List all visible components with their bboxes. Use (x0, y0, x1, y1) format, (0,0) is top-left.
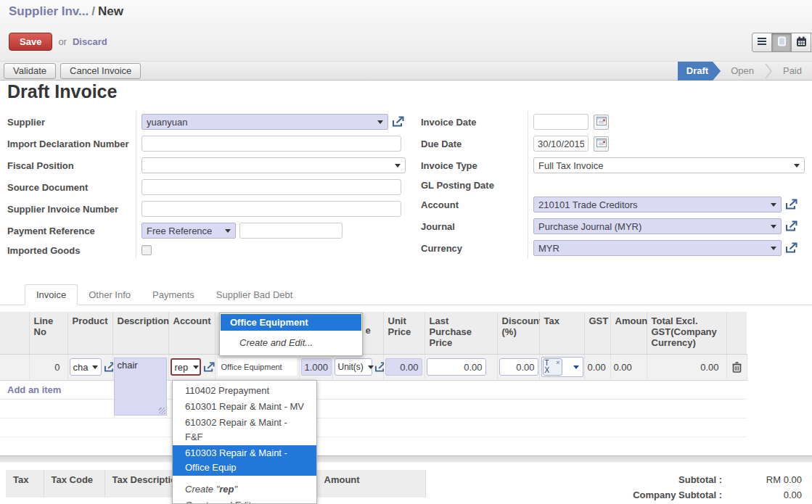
tax-col-header: Tax (6, 470, 44, 497)
form-left-column: Supplier yuanyuan Import Declaration Num… (7, 111, 408, 259)
fiscal-position-select[interactable] (142, 157, 406, 173)
or-text: or (58, 36, 67, 47)
list-view-button[interactable] (752, 33, 772, 52)
account-line-select[interactable]: rep (171, 358, 201, 376)
product-select[interactable]: cha (70, 358, 102, 376)
validate-button[interactable]: Validate (4, 63, 56, 79)
unit-price-input[interactable] (385, 358, 422, 376)
asset-category-input[interactable]: Office Equipment (218, 358, 297, 376)
subtotal-label: Subtotal : (678, 472, 722, 487)
due-date-input[interactable] (533, 136, 589, 152)
dropdown-option-repair-office-equip[interactable]: 610303 Repair & Maint - Office Equip (173, 445, 316, 476)
state-open: Open (721, 62, 764, 80)
supplier-field[interactable]: yuanyuan (142, 114, 388, 130)
invoice-lines-table: Line No Product Description Account e Un… (0, 312, 747, 456)
invoice-type-select[interactable]: Full Tax Invoice (533, 157, 805, 173)
dropdown-create-and-edit[interactable]: Create and Edit... (221, 331, 361, 355)
asset-category-cell: Office Equipment (215, 354, 299, 380)
save-button[interactable]: Save (9, 33, 52, 51)
last-purchase-price-cell (425, 354, 497, 380)
remove-tag-icon[interactable]: × (556, 359, 559, 366)
account-label: Account (421, 194, 528, 215)
gl-posting-date-label: GL Posting Date (421, 176, 528, 194)
invoice-date-picker-button[interactable] (594, 115, 609, 130)
discount-header: Discount (%) (497, 312, 539, 354)
open-record-icon[interactable] (785, 220, 797, 232)
tax-tags-widget[interactable]: TX× (541, 357, 583, 377)
open-record-icon[interactable] (785, 242, 797, 254)
import-declaration-number-input[interactable] (142, 136, 401, 152)
import-declaration-number-label: Import Declaration Number (7, 133, 136, 154)
chevron-down-icon[interactable] (573, 365, 579, 372)
tab-payments[interactable]: Payments (142, 285, 205, 305)
due-date-label: Due Date (421, 133, 528, 154)
company-subtotal-value: 0.00 (722, 487, 802, 503)
dropdown-create-option[interactable]: Create "rep" (173, 482, 316, 497)
open-record-icon[interactable] (392, 116, 404, 128)
resize-grip-icon[interactable] (159, 408, 165, 414)
breadcrumb-current: New (98, 4, 123, 18)
category-autocomplete-dropdown: Office Equipment Create and Edit... (219, 313, 363, 356)
payment-reference-input[interactable] (239, 223, 343, 239)
calendar-icon (796, 36, 807, 49)
calendar-view-button[interactable] (791, 33, 811, 52)
breadcrumb-parent-link[interactable]: Supplier Inv... (9, 4, 89, 18)
quantity-input[interactable] (301, 358, 332, 376)
discard-link[interactable]: Discard (73, 36, 107, 47)
description-textarea[interactable]: chair (114, 358, 167, 416)
payment-reference-label: Payment Reference (7, 220, 136, 241)
page-title: Draft Invoice (7, 81, 117, 102)
list-icon (757, 37, 767, 48)
add-an-item-link[interactable]: Add an item (7, 384, 61, 395)
currency-label: Currency (421, 237, 528, 259)
imported-goods-checkbox[interactable] (142, 245, 152, 255)
due-date-picker-button[interactable] (594, 136, 609, 152)
state-paid: Paid (773, 62, 812, 80)
invoice-date-input[interactable] (533, 114, 589, 130)
last-purchase-price-input[interactable] (427, 358, 486, 376)
invoice-type-label: Invoice Type (421, 154, 528, 176)
supplier-label: Supplier (7, 111, 136, 133)
dropdown-option-prepayment[interactable]: 110402 Prepayment (173, 383, 316, 399)
journal-field[interactable]: Purchase Journal (MYR) (533, 218, 782, 234)
discount-cell (497, 354, 539, 380)
currency-field[interactable]: MYR (533, 240, 782, 256)
state-pipeline: Draft Open Paid (678, 62, 812, 80)
total-excl-cell: 0.00 (647, 354, 726, 380)
discount-input[interactable] (499, 358, 538, 376)
tax-code-col-header: Tax Code (44, 470, 104, 497)
tab-other-info[interactable]: Other Info (78, 285, 142, 305)
trash-icon[interactable] (729, 362, 745, 373)
calendar-icon (596, 116, 607, 128)
chevron-down-icon (193, 365, 199, 372)
open-record-icon[interactable] (785, 199, 797, 210)
dropdown-option-repair-ff[interactable]: 610302 Repair & Maint - F&F (173, 415, 316, 445)
delete-line-cell (726, 354, 747, 380)
chevron-down-icon (771, 225, 776, 231)
dropdown-option-office-equipment[interactable]: Office Equipment (221, 314, 361, 331)
save-discard-row: Save or Discard (9, 33, 107, 51)
row-handle-cell[interactable] (0, 354, 29, 380)
imported-goods-label: Imported Goods (7, 241, 136, 259)
unit-price-header: Unit Price (383, 312, 425, 354)
section-divider[interactable] (0, 455, 812, 463)
uom-select[interactable]: Unit(s) (335, 358, 372, 376)
dropdown-create-and-edit[interactable]: Create and Edit... (173, 497, 316, 504)
quantity-cell (299, 354, 332, 380)
supplier-invoice-number-input[interactable] (142, 201, 401, 217)
account-autocomplete-dropdown: 110402 Prepayment 610301 Repair & Maint … (172, 380, 317, 504)
tab-supplier-bad-debt[interactable]: Supplier Bad Debt (205, 285, 304, 305)
payment-reference-type-select[interactable]: Free Reference (142, 223, 236, 239)
dropdown-option-repair-mv[interactable]: 610301 Repair & Maint - MV (173, 399, 316, 415)
account-field[interactable]: 210101 Trade Creditors (533, 197, 782, 212)
tab-invoice[interactable]: Invoice (25, 284, 78, 305)
chevron-down-icon (225, 229, 231, 236)
source-document-input[interactable] (142, 179, 401, 195)
open-record-icon[interactable] (203, 362, 215, 373)
account-header: Account (168, 312, 215, 354)
form-view-button[interactable] (771, 33, 792, 52)
description-header: Description (112, 312, 168, 354)
form-icon (777, 36, 787, 49)
cancel-invoice-button[interactable]: Cancel Invoice (60, 63, 141, 79)
company-subtotal-label: Company Subtotal : (633, 487, 722, 503)
